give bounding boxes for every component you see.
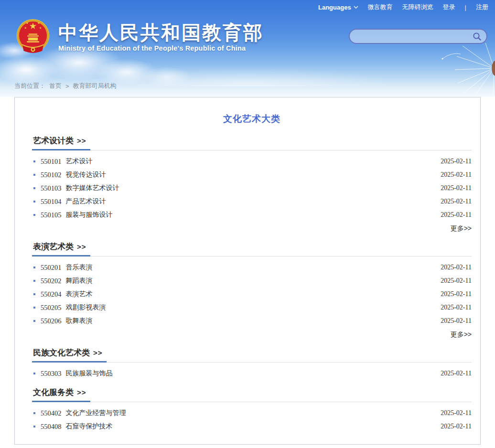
weiyan-education-link[interactable]: 微言教育: [368, 3, 393, 11]
item-date: 2025-02-11: [441, 264, 472, 271]
dandelion-decoration: [433, 42, 495, 97]
section-header: 表演艺术类>>: [32, 243, 472, 256]
breadcrumb-label: 当前位置：: [14, 82, 45, 90]
item-link[interactable]: 戏剧影视表演: [66, 303, 106, 312]
item-code: 550201: [41, 264, 62, 272]
list-item[interactable]: 550105 服装与服饰设计 2025-02-11: [32, 208, 472, 222]
item-code: 550102: [41, 171, 62, 179]
item-date: 2025-02-11: [441, 171, 472, 179]
national-emblem-logo: [15, 17, 51, 56]
item-link[interactable]: 表演艺术: [66, 290, 93, 299]
item-link[interactable]: 艺术设计: [66, 157, 93, 166]
section-title-link[interactable]: 民族文化艺术类>>: [32, 349, 107, 363]
item-date: 2025-02-11: [441, 211, 472, 219]
topbar-divider: |: [465, 4, 466, 11]
top-utility-bar: Languages 微言教育 无障碍浏览 登录 | 注册: [0, 0, 495, 14]
site-title: 中华人民共和国教育部: [58, 22, 264, 43]
list-item[interactable]: 550408 石窟寺保护技术 2025-02-11: [32, 420, 472, 433]
site-brand[interactable]: 中华人民共和国教育部 Ministry of Education of the …: [15, 17, 264, 56]
more-link[interactable]: 更多>>: [451, 224, 472, 232]
item-link[interactable]: 民族服装与饰品: [66, 369, 113, 378]
item-date: 2025-02-11: [441, 317, 472, 325]
item-date: 2025-02-11: [441, 423, 472, 430]
list-item[interactable]: 550303 民族服装与饰品 2025-02-11: [32, 367, 472, 380]
section-title-link[interactable]: 艺术设计类>>: [32, 137, 90, 150]
bullet-icon: [33, 280, 35, 282]
list-item[interactable]: 550101 艺术设计 2025-02-11: [32, 155, 472, 168]
chevron-down-icon: [354, 6, 358, 9]
register-link[interactable]: 注册: [476, 3, 488, 11]
item-code: 550303: [41, 370, 62, 378]
item-code: 550104: [41, 198, 62, 206]
section-title: 民族文化艺术类: [33, 348, 90, 357]
bullet-icon: [33, 187, 35, 189]
list-item[interactable]: 550102 视觉传达设计 2025-02-11: [32, 168, 472, 181]
section-title-arrows: >>: [77, 137, 86, 145]
item-date: 2025-02-11: [441, 409, 472, 417]
site-subtitle: Ministry of Education of the People's Re…: [58, 44, 264, 52]
page-title: 文化艺术大类: [32, 113, 472, 125]
list-item[interactable]: 550205 戏剧影视表演 2025-02-11: [32, 301, 472, 314]
site-header: Languages 微言教育 无障碍浏览 登录 | 注册: [0, 0, 495, 97]
list-item[interactable]: 550202 舞蹈表演 2025-02-11: [32, 274, 472, 288]
section-title-arrows: >>: [77, 243, 86, 251]
section-title: 文化服务类: [33, 388, 74, 397]
list-item[interactable]: 550206 歌舞表演 2025-02-11: [32, 314, 472, 328]
bullet-icon: [33, 307, 35, 309]
item-code: 550402: [41, 409, 62, 417]
breadcrumb-separator: >: [65, 83, 69, 90]
item-link[interactable]: 歌舞表演: [66, 317, 93, 325]
item-code: 550202: [41, 277, 62, 285]
item-link[interactable]: 数字媒体艺术设计: [66, 184, 119, 192]
item-link[interactable]: 产品艺术设计: [66, 197, 106, 206]
list-item[interactable]: 550402 文化产业经营与管理 2025-02-11: [32, 406, 472, 420]
breadcrumb-current-link[interactable]: 教育部司局机构: [73, 82, 117, 90]
section-header: 民族文化艺术类>>: [32, 349, 472, 363]
section-header: 艺术设计类>>: [32, 137, 472, 150]
item-date: 2025-02-11: [441, 198, 472, 205]
section-ethnic-culture-arts: 民族文化艺术类>> 550303 民族服装与饰品 2025-02-11: [32, 349, 472, 380]
bullet-icon: [33, 412, 35, 414]
item-code: 550101: [41, 158, 62, 166]
item-code: 550103: [41, 184, 62, 192]
search-button[interactable]: [472, 32, 482, 41]
section-title-arrows: >>: [93, 349, 103, 357]
section-performing-arts: 表演艺术类>> 550201 音乐表演 2025-02-11 550202 舞蹈…: [32, 243, 472, 341]
section-header: 文化服务类>>: [32, 388, 472, 402]
bullet-icon: [33, 174, 35, 176]
more-link[interactable]: 更多>>: [451, 331, 472, 338]
item-date: 2025-02-11: [441, 277, 472, 285]
item-date: 2025-02-11: [441, 304, 472, 311]
languages-menu[interactable]: Languages: [318, 4, 358, 11]
search-box[interactable]: [349, 29, 487, 44]
section-art-design: 艺术设计类>> 550101 艺术设计 2025-02-11 550102 视觉…: [32, 137, 472, 235]
item-link[interactable]: 音乐表演: [66, 263, 93, 272]
languages-label: Languages: [318, 4, 351, 11]
login-link[interactable]: 登录: [443, 3, 455, 11]
bullet-icon: [33, 160, 35, 162]
section-title-link[interactable]: 文化服务类>>: [32, 388, 90, 402]
item-code: 550105: [41, 211, 62, 219]
item-code: 550206: [41, 317, 62, 325]
item-link[interactable]: 文化产业经营与管理: [66, 409, 126, 417]
bullet-icon: [33, 320, 35, 322]
item-code: 550408: [41, 423, 62, 431]
bullet-icon: [33, 426, 35, 427]
list-item[interactable]: 550204 表演艺术 2025-02-11: [32, 288, 472, 301]
list-item[interactable]: 550201 音乐表演 2025-02-11: [32, 261, 472, 274]
list-item[interactable]: 550103 数字媒体艺术设计 2025-02-11: [32, 181, 472, 195]
accessibility-link[interactable]: 无障碍浏览: [402, 3, 433, 11]
list-item[interactable]: 550104 产品艺术设计 2025-02-11: [32, 195, 472, 208]
item-date: 2025-02-11: [441, 370, 472, 377]
item-link[interactable]: 视觉传达设计: [66, 171, 106, 179]
breadcrumb-home-link[interactable]: 首页: [49, 82, 62, 90]
bullet-icon: [33, 373, 35, 374]
section-title: 表演艺术类: [33, 242, 74, 251]
content-panel: 文化艺术大类 艺术设计类>> 550101 艺术设计 2025-02-11 55…: [14, 97, 481, 445]
section-title-link[interactable]: 表演艺术类>>: [32, 243, 90, 256]
search-icon: [473, 32, 482, 41]
item-link[interactable]: 舞蹈表演: [66, 277, 93, 285]
item-link[interactable]: 石窟寺保护技术: [66, 422, 113, 431]
item-link[interactable]: 服装与服饰设计: [66, 211, 113, 219]
search-input[interactable]: [356, 30, 472, 43]
